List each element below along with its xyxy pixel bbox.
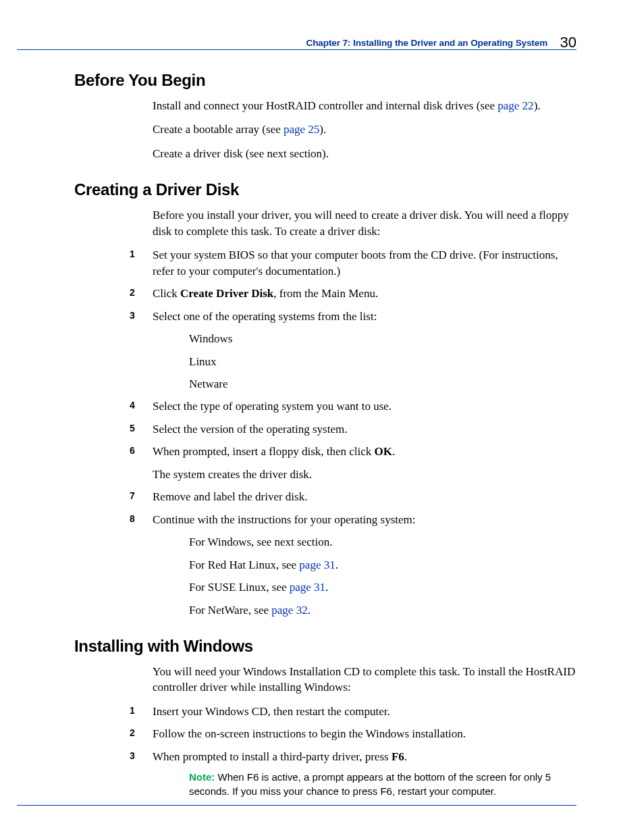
text: . (308, 604, 311, 617)
step-text: Insert your Windows CD, then restart the… (153, 705, 390, 718)
text: . (336, 558, 338, 571)
step-2: Click Create Driver Disk, from the Main … (130, 286, 576, 301)
before-paragraph-1: Install and connect your HostRAID contro… (153, 98, 576, 113)
step-6: When prompted, insert a floppy disk, the… (130, 444, 576, 482)
text: Create a bootable array (see (153, 123, 284, 136)
creating-intro: Before you install your driver, you will… (153, 207, 576, 239)
heading-installing-with-windows: Installing with Windows (74, 637, 576, 656)
text: Click (153, 287, 180, 300)
page-content: Before You Begin Install and connect you… (74, 71, 576, 805)
step-7: Remove and label the driver disk. (130, 489, 576, 504)
step-text: Select one of the operating systems from… (153, 310, 377, 323)
bold-create-driver-disk: Create Driver Disk (180, 287, 273, 300)
text: For SUSE Linux, see (189, 581, 290, 594)
step-3: Select one of the operating systems from… (130, 309, 576, 392)
link-page-31-redhat[interactable]: page 31 (299, 558, 335, 571)
document-page: Chapter 7: Installing the Driver and an … (0, 0, 644, 834)
before-paragraph-2: Create a bootable array (see page 25). (153, 122, 576, 137)
link-page-31-suse[interactable]: page 31 (290, 581, 325, 594)
text: Install and connect your HostRAID contro… (153, 99, 498, 112)
step-text: Remove and label the driver disk. (153, 490, 307, 503)
note-body: When F6 is active, a prompt appears at t… (189, 771, 551, 797)
text: When prompted to install a third-party d… (153, 750, 392, 763)
step-text: Follow the on-screen instructions to beg… (153, 727, 466, 740)
note-block: Note: When F6 is active, a prompt appear… (189, 770, 576, 798)
step-text: Set your system BIOS so that your comput… (153, 249, 558, 277)
chapter-title: Chapter 7: Installing the Driver and an … (306, 38, 547, 48)
for-redhat: For Red Hat Linux, see page 31. (189, 557, 576, 573)
link-page-22[interactable]: page 22 (498, 99, 533, 112)
text: , from the Main Menu. (273, 287, 378, 300)
creating-steps-list: Set your system BIOS so that your comput… (130, 247, 576, 618)
page-number: 30 (560, 34, 576, 51)
os-netware: Netware (189, 376, 576, 392)
step-1: Set your system BIOS so that your comput… (130, 247, 576, 279)
bold-f6: F6 (392, 750, 404, 763)
step-2: Follow the on-screen instructions to beg… (130, 726, 576, 741)
link-page-32[interactable]: page 32 (271, 604, 307, 617)
os-instructions-list: For Windows, see next section. For Red H… (189, 534, 576, 618)
step-5: Select the version of the operating syst… (130, 421, 576, 437)
step-text: Select the type of operating system you … (153, 400, 392, 413)
link-page-25[interactable]: page 25 (284, 123, 319, 136)
installing-steps-list: Insert your Windows CD, then restart the… (130, 704, 576, 798)
step-4: Select the type of operating system you … (130, 398, 576, 414)
step-6-followup: The system creates the driver disk. (153, 467, 576, 482)
step-text: Select the version of the operating syst… (153, 423, 347, 436)
step-3: When prompted to install a third-party d… (130, 749, 576, 798)
step-text: Continue with the instructions for your … (153, 513, 416, 526)
heading-creating-driver-disk: Creating a Driver Disk (74, 180, 576, 199)
text: For NetWare, see (189, 604, 271, 617)
footer-rule (17, 805, 576, 806)
bold-ok: OK (375, 445, 392, 458)
os-linux: Linux (189, 354, 576, 369)
text: . (392, 445, 395, 458)
text: . (325, 581, 328, 594)
text: When prompted, insert a floppy disk, the… (153, 445, 375, 458)
for-windows: For Windows, see next section. (189, 534, 576, 550)
text: ). (534, 99, 541, 112)
os-windows: Windows (189, 331, 576, 346)
for-suse: For SUSE Linux, see page 31. (189, 579, 576, 595)
header-rule (17, 49, 576, 50)
os-list: Windows Linux Netware (189, 331, 576, 392)
note-label: Note: (189, 771, 215, 783)
step-8: Continue with the instructions for your … (130, 512, 576, 618)
text: . (404, 750, 407, 763)
step-1: Insert your Windows CD, then restart the… (130, 704, 576, 719)
installing-intro: You will need your Windows Installation … (153, 664, 576, 696)
for-netware: For NetWare, see page 32. (189, 602, 576, 618)
heading-before-you-begin: Before You Begin (74, 71, 576, 90)
before-paragraph-3: Create a driver disk (see next section). (153, 146, 576, 161)
text: For Red Hat Linux, see (189, 558, 299, 571)
text: ). (319, 123, 326, 136)
